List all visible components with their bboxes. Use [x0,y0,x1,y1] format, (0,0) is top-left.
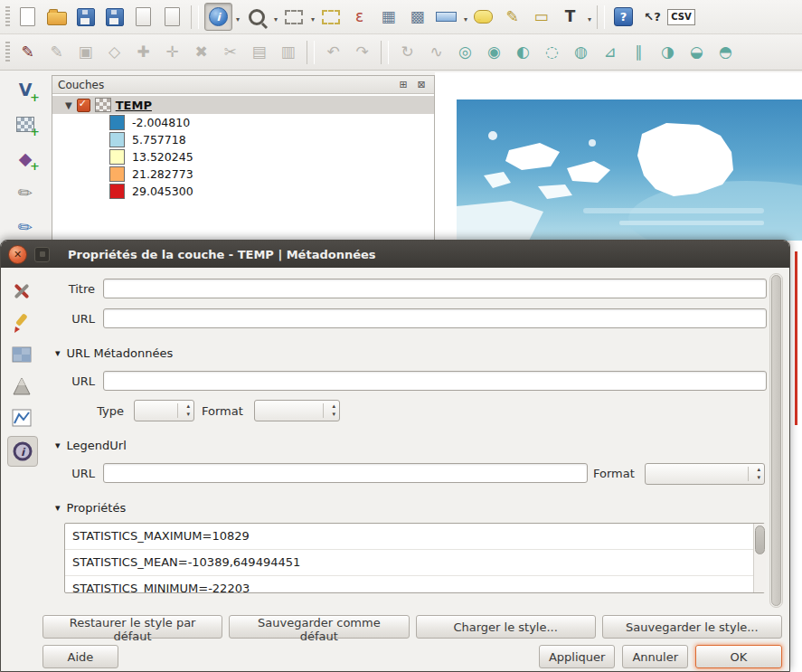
add-raster-layer-button[interactable]: + [11,110,40,137]
undo-icon[interactable]: ↶ [320,39,346,65]
new-project-icon[interactable] [14,4,41,30]
properties-list-scrollbar[interactable] [753,524,766,592]
panel-close-icon[interactable]: ⊠ [414,79,429,91]
help-contents-icon[interactable]: ? [610,4,637,30]
select-by-expression-icon[interactable]: ε [346,4,373,30]
simplify-feature-icon[interactable]: ∿ [423,39,449,65]
attribute-table-icon[interactable]: ▦ [375,4,401,30]
legend-url-input[interactable] [103,463,588,483]
help-button[interactable]: Aide [42,645,118,668]
annotation-tool-icon[interactable]: T [557,4,583,30]
legendurl-section-header[interactable]: LegendUrl [55,439,127,452]
dialog-titlebar[interactable]: ✕ Propriétés de la couche - TEMP | Métad… [1,241,789,268]
paste-features-icon[interactable]: ▥ [275,39,301,65]
tab-pyramids[interactable] [7,372,36,401]
window-close-button[interactable]: ✕ [8,245,27,264]
delete-ring-icon[interactable]: ◌ [539,39,565,65]
load-style-button[interactable]: Charger le style... [416,615,596,639]
new-print-composer-icon[interactable] [130,4,156,30]
legend-format-combobox[interactable] [645,463,765,485]
style-buttons-row: Restaurer le style par défaut Sauvegarde… [42,615,782,639]
toolbar-icon [47,12,67,25]
cut-features-icon[interactable]: ✂ [217,39,243,65]
property-item[interactable]: STATISTICS_MAXIMUM=10829 [65,524,764,550]
reshape-features-icon[interactable]: ⊿ [597,39,623,65]
layer-tree-row[interactable]: ▼ TEMP [52,96,434,114]
redo-icon[interactable]: ↷ [349,39,375,65]
delete-selected-icon[interactable]: ✖ [188,39,214,65]
split-features-icon[interactable]: ◑ [655,39,681,65]
titre-input[interactable] [103,279,767,298]
offset-curve-icon[interactable]: ∥ [626,39,652,65]
map-tips-icon[interactable] [470,4,496,30]
select-features-icon[interactable] [280,4,307,30]
histogram-tab-icon [11,407,33,429]
open-project-icon[interactable] [43,4,70,30]
move-feature-icon[interactable]: ✛ [159,39,185,65]
cancel-button[interactable]: Annuler [622,645,688,668]
panel-float-icon[interactable]: ⊞ [396,79,410,91]
save-project-as-icon[interactable] [101,4,127,30]
properties-section-header[interactable]: Propriétés [55,501,126,515]
tab-histogram[interactable] [7,403,36,432]
ok-button[interactable]: OK [695,645,782,668]
add-part-icon[interactable]: ◉ [481,39,507,65]
add-vector-layer-button[interactable]: V + [11,76,40,103]
property-item[interactable]: STATISTICS_MEAN=-10389,649494451 [65,550,764,576]
delete-part-icon[interactable]: ◍ [568,39,594,65]
format-combobox[interactable] [254,400,340,421]
identify-features-icon[interactable]: i [204,3,232,31]
current-edits-icon[interactable]: ✎ [14,39,41,65]
scrollbar-thumb[interactable] [771,275,781,606]
save-project-icon[interactable] [72,4,99,30]
deselect-features-icon[interactable] [317,4,344,30]
legend-entry: 21.282773 [52,166,434,183]
add-delimited-text-icon[interactable]: CSV [668,4,694,30]
add-ring-icon[interactable]: ◎ [452,39,478,65]
toolbar-icon: ▥ [280,44,295,60]
copy-features-icon[interactable]: ▤ [246,39,272,65]
toggle-editing-icon[interactable]: ✎ [43,39,70,65]
metadata-url-section-header[interactable]: URL Métadonnées [55,346,173,360]
restore-default-style-button[interactable]: Restaurer le style par défaut [42,615,222,639]
tree-expand-icon[interactable]: ▼ [65,100,72,110]
text-annotation-icon[interactable]: ✎ [499,4,525,30]
fill-ring-icon[interactable]: ◐ [510,39,536,65]
composer-manager-icon[interactable] [159,4,185,30]
dialog-scrollbar[interactable] [769,273,783,608]
metadata-url-input[interactable] [103,371,767,391]
apply-button[interactable]: Appliquer [539,645,615,668]
merge-features-icon[interactable]: ◓ [712,39,739,65]
save-layer-edits-icon[interactable]: ▣ [72,39,99,65]
tab-style[interactable] [7,308,36,337]
add-feature-icon[interactable]: ✚ [130,39,156,65]
toolbar-drag-handle[interactable] [5,42,10,63]
save-as-default-button[interactable]: Sauvegarder comme défaut [229,615,409,639]
toolbar-icon: ▭ [533,9,548,24]
add-database-layer-button[interactable]: ◆ + [11,145,40,172]
node-tool-icon[interactable]: ◇ [101,39,127,65]
type-combobox[interactable] [134,400,194,421]
tab-general[interactable] [7,277,36,306]
add-spatialite-layer-button[interactable]: ✎ [11,213,40,241]
layer-visibility-checkbox[interactable] [77,99,90,112]
toolbar-icon: ↻ [401,44,413,60]
tab-metadata[interactable]: i [7,436,38,467]
window-minimize-button[interactable] [34,247,50,262]
url-input[interactable] [103,308,767,328]
whats-this-icon[interactable]: ↖? [639,4,665,30]
form-annotation-icon[interactable]: ▭ [528,4,554,30]
measure-icon[interactable] [433,4,459,30]
tab-transparency[interactable] [7,340,36,369]
new-shapefile-layer-button[interactable]: ✎ [11,179,40,206]
property-item[interactable]: STATISTICS_MINIMUM=-22203 [65,576,764,593]
map-canvas[interactable] [435,72,802,241]
scrollbar-thumb[interactable] [755,525,765,554]
field-calculator-icon[interactable]: ▩ [404,4,430,30]
save-style-button[interactable]: Sauvegarder le style... [602,615,782,639]
layer-name[interactable]: TEMP [116,99,152,112]
split-parts-icon[interactable]: ◒ [684,39,710,65]
zoom-tool-icon[interactable] [243,4,269,30]
toolbar-drag-handle[interactable] [5,6,10,28]
rotate-feature-icon[interactable]: ↻ [394,39,420,65]
